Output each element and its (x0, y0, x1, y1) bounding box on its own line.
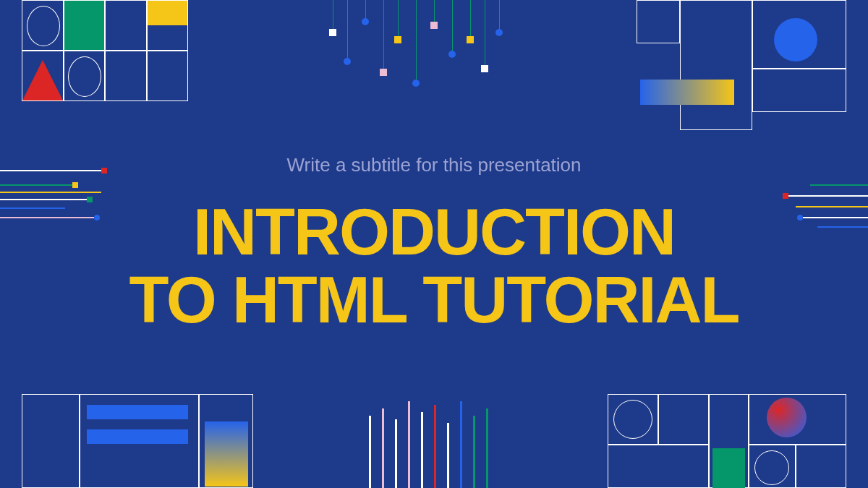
decoration-bottom-left (22, 394, 253, 488)
decoration-top-left (22, 0, 188, 101)
decoration-bottom-center (369, 394, 528, 488)
presentation-slide: Write a subtitle for this presentation I… (0, 0, 868, 488)
slide-content: Write a subtitle for this presentation I… (0, 154, 868, 335)
decoration-top-right (637, 0, 846, 130)
decoration-top-center (326, 0, 528, 101)
title-line-1: INTRODUCTION (0, 198, 868, 267)
decoration-bottom-right (608, 394, 846, 488)
slide-subtitle: Write a subtitle for this presentation (0, 154, 868, 176)
slide-title: INTRODUCTION TO HTML TUTORIAL (0, 198, 868, 335)
title-line-2: TO HTML TUTORIAL (0, 266, 868, 335)
